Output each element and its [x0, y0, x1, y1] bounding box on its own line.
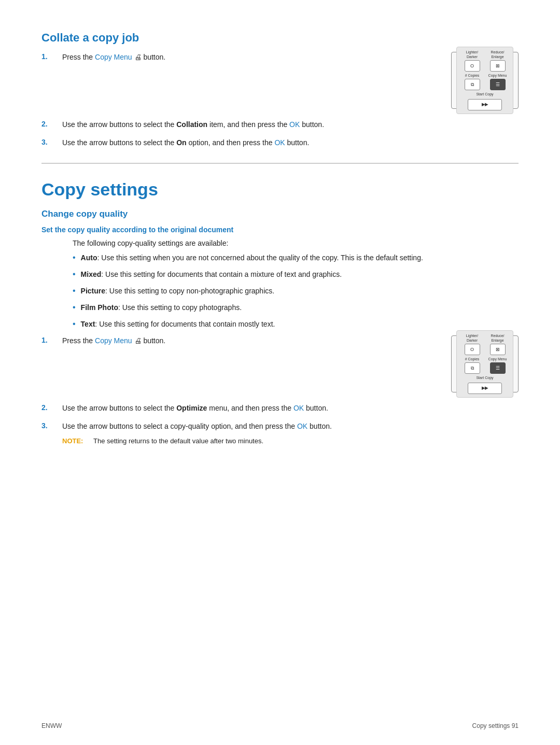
quality-bullets: • Auto: Use this setting when you are no…	[73, 252, 519, 330]
num-copies-cell: # Copies ⧉	[461, 74, 483, 90]
reduce-enlarge-cell: Reduce/Enlarge ⊠	[486, 50, 509, 72]
collate-step2-bold: Collation	[176, 120, 207, 129]
quality-printer-panel: Lighter/Darker O Reduce/Enlarge ⊠ # Copi…	[451, 335, 519, 392]
quality-copy-menu-link: Copy Menu	[95, 336, 132, 345]
quality-reduce-enlarge-label: Reduce/Enlarge	[486, 334, 509, 343]
num-copies-label: # Copies	[461, 74, 483, 78]
section-divider	[41, 163, 519, 164]
start-copy-label: Start Copy	[476, 92, 493, 96]
collate-heading: Collate a copy job	[41, 31, 519, 45]
quality-step1-prefix: Press the	[62, 336, 95, 345]
collate-step3: 3. Use the arrow buttons to select the O…	[41, 137, 519, 148]
quality-start-copy-label: Start Copy	[476, 376, 493, 380]
num-copies-btn: ⧉	[465, 79, 480, 90]
quality-step3-text: Use the arrow buttons to select a copy-q…	[62, 422, 297, 430]
bullet-mixed: • Mixed: Use this setting for documents …	[73, 269, 519, 280]
collate-step1-prefix: Press the	[62, 53, 95, 61]
quality-step3-end: button.	[307, 422, 332, 430]
bullet-filmphoto: • Film Photo: Use this setting to copy p…	[73, 302, 519, 314]
bullet-mixed-bold: Mixed	[81, 270, 102, 278]
footer-left: ENWW	[41, 722, 62, 729]
quality-copy-menu-cell: Copy Menu ☰	[486, 357, 509, 374]
bullet-auto: • Auto: Use this setting when you are no…	[73, 252, 519, 264]
collate-step3-num: 3.	[41, 137, 62, 146]
collate-step1: 1. Press the Copy Menu 🖨 button.	[41, 52, 436, 63]
quality-step2-content: Use the arrow buttons to select the Opti…	[62, 403, 519, 414]
collate-printer-panel: Lighter/Darker O Reduce/Enlarge ⊠ # Copi…	[451, 52, 519, 109]
collate-step3-prefix: Use the arrow buttons to select the	[62, 138, 176, 147]
collate-step2: 2. Use the arrow buttons to select the C…	[41, 119, 519, 130]
quality-step1-text: 1. Press the Copy Menu 🖨 button.	[41, 335, 436, 354]
lighter-darker-btn: O	[465, 60, 480, 72]
quality-start-copy-btn: ▶▶	[468, 383, 502, 394]
quality-lighter-darker-btn: O	[465, 344, 480, 355]
page-content: Collate a copy job 1. Press the Copy Men…	[0, 0, 560, 495]
collate-step2-content: Use the arrow buttons to select the Coll…	[62, 119, 519, 130]
quality-step3-content: Use the arrow buttons to select a copy-q…	[62, 421, 519, 446]
copy-menu-label: Copy Menu	[486, 74, 509, 78]
collate-steps-2-3: 2. Use the arrow buttons to select the C…	[41, 119, 519, 148]
bullet-filmphoto-text: Film Photo: Use this setting to copy pho…	[81, 302, 519, 313]
quality-step1-num: 1.	[41, 335, 62, 344]
lighter-darker-cell: Lighter/Darker O	[461, 50, 483, 72]
lighter-darker-label: Lighter/Darker	[461, 50, 483, 59]
bullet-dot-5: •	[73, 318, 76, 330]
collate-step1-suffix: button.	[142, 53, 166, 61]
collate-step2-num: 2.	[41, 119, 62, 128]
bullet-auto-text: Auto: Use this setting when you are not …	[81, 252, 519, 263]
collate-step2-mid: item, and then press the	[207, 120, 289, 129]
quality-num-copies-btn: ⧉	[465, 362, 480, 374]
bullet-mixed-text: Mixed: Use this setting for documents th…	[81, 269, 519, 280]
bullet-dot-4: •	[73, 301, 76, 314]
copy-menu-btn: ☰	[490, 79, 506, 90]
collate-step3-mid: option, and then press the	[187, 138, 275, 147]
start-copy-area: Start Copy ▶▶	[461, 92, 509, 110]
quality-step2-prefix: Use the arrow buttons to select the	[62, 404, 176, 412]
collate-copy-menu-link: Copy Menu	[95, 53, 132, 61]
quality-steps-2-3: 2. Use the arrow buttons to select the O…	[41, 403, 519, 446]
reduce-enlarge-label: Reduce/Enlarge	[486, 50, 509, 59]
collate-step3-content: Use the arrow buttons to select the On o…	[62, 137, 519, 148]
quality-step2-num: 2.	[41, 403, 62, 412]
bullet-picture-bold: Picture	[81, 287, 105, 295]
quality-step3-ok: OK	[297, 422, 307, 430]
change-copy-quality-heading: Change copy quality	[41, 209, 519, 219]
set-copy-quality-heading: Set the copy quality according to the or…	[41, 226, 519, 234]
bullet-picture-text: Picture: Use this setting to copy non-ph…	[81, 286, 519, 297]
page-footer: ENWW Copy settings 91	[0, 722, 560, 729]
bullet-dot-3: •	[73, 285, 76, 297]
quality-step1-content: Press the Copy Menu 🖨 button.	[62, 335, 436, 346]
quality-panel-top-row: Lighter/Darker O Reduce/Enlarge ⊠	[461, 334, 509, 355]
quality-copy-menu-btn: ☰	[490, 362, 506, 374]
collate-step1-content: Press the Copy Menu 🖨 button.	[62, 52, 436, 63]
quality-reduce-enlarge-btn: ⊠	[490, 344, 506, 355]
collate-step3-bold: On	[176, 138, 186, 147]
quality-reduce-enlarge-cell: Reduce/Enlarge ⊠	[486, 334, 509, 355]
quality-step2-end: button.	[304, 404, 328, 412]
copy-settings-heading: Copy settings	[41, 179, 519, 200]
quality-step2-mid: menu, and then press the	[207, 404, 293, 412]
note-text: The setting returns to the default value…	[93, 436, 263, 446]
quality-num-copies-label: # Copies	[461, 357, 483, 361]
collate-step2-prefix: Use the arrow buttons to select the	[62, 120, 176, 129]
bullet-filmphoto-bold: Film Photo	[81, 303, 118, 312]
quality-copy-menu-label: Copy Menu	[486, 357, 509, 361]
quality-num-copies-cell: # Copies ⧉	[461, 357, 483, 374]
collate-step1-row: 1. Press the Copy Menu 🖨 button. Lighter…	[41, 52, 519, 109]
bullet-picture: • Picture: Use this setting to copy non-…	[73, 286, 519, 297]
bullet-dot-1: •	[73, 251, 76, 264]
quality-panel-mid-row: # Copies ⧉ Copy Menu ☰	[461, 357, 509, 374]
collate-step3-end: button.	[285, 138, 310, 147]
quality-step1: 1. Press the Copy Menu 🖨 button.	[41, 335, 436, 346]
panel-mid-row: # Copies ⧉ Copy Menu ☰	[461, 74, 509, 90]
footer-right: Copy settings 91	[472, 722, 519, 729]
quality-step3: 3. Use the arrow buttons to select a cop…	[41, 421, 519, 446]
collate-step1-num: 1.	[41, 52, 62, 61]
printer-panel-inner: Lighter/Darker O Reduce/Enlarge ⊠ # Copi…	[456, 47, 513, 114]
reduce-enlarge-btn: ⊠	[490, 60, 506, 72]
collate-step2-ok: OK	[289, 120, 300, 129]
note-block: NOTE: The setting returns to the default…	[62, 436, 519, 446]
quality-lighter-darker-label: Lighter/Darker	[461, 334, 483, 343]
collate-step1-icon: 🖨	[132, 53, 142, 61]
bullet-text-bold: Text	[81, 320, 95, 328]
